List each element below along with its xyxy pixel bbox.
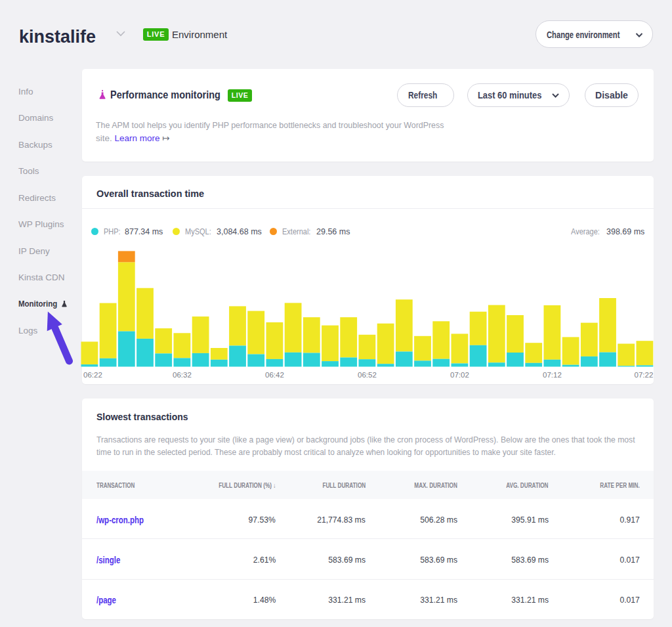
- svg-text:06:22: 06:22: [83, 371, 102, 379]
- svg-text:07:02: 07:02: [450, 371, 469, 379]
- svg-text:06:32: 06:32: [173, 371, 192, 379]
- svg-text:06:42: 06:42: [265, 371, 284, 379]
- svg-text:07:22: 07:22: [635, 371, 654, 379]
- svg-text:07:12: 07:12: [543, 371, 562, 379]
- svg-text:06:52: 06:52: [358, 371, 377, 379]
